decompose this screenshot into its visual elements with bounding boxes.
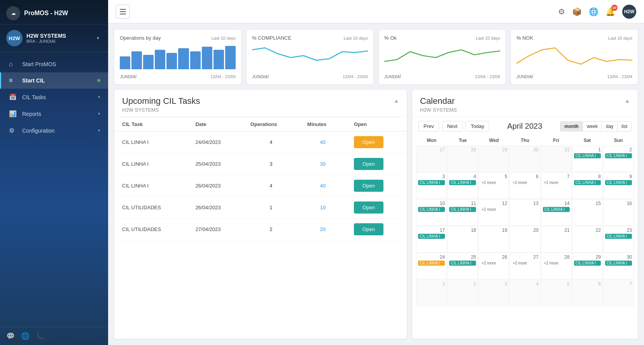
cal-cell[interactable]: 5+2 more xyxy=(478,172,509,199)
cal-cell[interactable]: 27+2 more xyxy=(509,253,540,279)
cal-cell[interactable]: 4CIL LINHA I xyxy=(447,172,478,199)
cal-cell[interactable]: 4 xyxy=(509,280,540,306)
cal-event[interactable]: CIL LINHA I xyxy=(605,261,632,266)
cal-cell[interactable]: 2CIL LINHA I xyxy=(603,145,634,172)
user-avatar[interactable]: H2W xyxy=(622,5,636,19)
cal-cell[interactable]: 22 xyxy=(572,226,603,252)
cal-event[interactable]: CIL LINHA I xyxy=(449,207,476,212)
phone-icon[interactable]: 📞 xyxy=(36,332,44,340)
cal-event[interactable]: CIL LINHA I xyxy=(418,180,445,185)
cal-cell[interactable]: 23CIL LINHA I xyxy=(603,226,634,252)
today-button[interactable]: Today xyxy=(466,121,489,131)
cal-event[interactable]: CIL LINHA I xyxy=(605,153,632,158)
cal-cell[interactable]: 31 xyxy=(541,145,572,172)
view-month-button[interactable]: month xyxy=(560,121,583,131)
next-button[interactable]: Next xyxy=(442,121,463,131)
cal-date: 27 xyxy=(418,147,445,152)
cal-more[interactable]: +2 more xyxy=(543,261,570,266)
cal-more[interactable]: +2 more xyxy=(480,261,507,266)
cal-cell[interactable]: 29 xyxy=(478,145,509,172)
cal-cell[interactable]: 28 xyxy=(447,145,478,172)
cal-date: 7 xyxy=(605,281,632,287)
cal-cell[interactable]: 19 xyxy=(478,226,509,252)
settings-icon[interactable]: ⚙ xyxy=(558,7,565,16)
cal-cell[interactable]: 3 xyxy=(478,280,509,306)
cal-event[interactable]: CIL LINHA I xyxy=(418,261,445,266)
sidebar-item-reports[interactable]: 📊 Reports ▾ xyxy=(0,105,108,122)
cal-more[interactable]: +2 more xyxy=(511,261,538,266)
sidebar-item-cil-tasks[interactable]: 📅 CIL Tasks ▾ xyxy=(0,89,108,105)
cal-event[interactable]: CIL LINHA I xyxy=(574,153,601,158)
cal-cell[interactable]: 16 xyxy=(603,199,634,226)
cal-cell[interactable]: 28+2 more xyxy=(541,253,572,279)
cal-cell[interactable]: 1CIL LINHA I xyxy=(572,145,603,172)
open-button[interactable]: Open xyxy=(354,201,383,214)
cal-cell[interactable]: 7+2 more xyxy=(541,172,572,199)
sidebar-item-start-cil[interactable]: ≡ Start CIL xyxy=(0,72,108,89)
sidebar-item-configuration[interactable]: ⚙ Configuration ▾ xyxy=(0,122,108,139)
cal-more[interactable]: +2 more xyxy=(511,180,538,185)
cal-event[interactable]: CIL LINHA I xyxy=(449,180,476,185)
view-week-button[interactable]: week xyxy=(583,121,602,131)
cal-cell[interactable]: 7 xyxy=(603,280,634,306)
open-button[interactable]: Open xyxy=(354,136,383,148)
cal-cell[interactable]: 29CIL LINHA I xyxy=(572,253,603,279)
cal-cell[interactable]: 18 xyxy=(447,226,478,252)
cal-date: 9 xyxy=(605,174,632,179)
view-list-button[interactable]: list xyxy=(618,121,632,131)
cal-day-label: Fri xyxy=(541,135,572,145)
task-open-cell: Open xyxy=(346,175,407,197)
cal-event[interactable]: CIL LINHA I xyxy=(449,261,476,266)
cal-event[interactable]: CIL LINHA I xyxy=(574,261,601,266)
hamburger-button[interactable] xyxy=(116,5,130,19)
profile-chevron-down-icon[interactable]: ▾ xyxy=(94,34,102,42)
cal-event[interactable]: CIL LINHA I xyxy=(605,234,632,239)
cal-more[interactable]: +2 more xyxy=(480,207,507,212)
cal-cell[interactable]: 6+2 more xyxy=(509,172,540,199)
cal-event[interactable]: CIL LINHA I xyxy=(418,234,445,239)
globe-icon[interactable]: 🌐 xyxy=(21,332,30,340)
cal-cell[interactable]: 30CIL LINHA I xyxy=(603,253,634,279)
cube-icon[interactable]: 📦 xyxy=(572,7,582,16)
cal-cell[interactable]: 2 xyxy=(447,280,478,306)
open-button[interactable]: Open xyxy=(354,158,383,170)
cal-cell[interactable]: 1 xyxy=(416,280,447,306)
cal-more[interactable]: +2 more xyxy=(543,180,570,185)
cal-event[interactable]: CIL LINHA I xyxy=(605,180,632,185)
cal-cell[interactable]: 12+2 more xyxy=(478,199,509,226)
cal-event[interactable]: CIL LINHA I xyxy=(418,207,445,212)
open-button[interactable]: Open xyxy=(354,223,383,235)
globe-icon[interactable]: 🌐 xyxy=(589,7,598,16)
cal-cell[interactable]: 15 xyxy=(572,199,603,226)
cal-cell[interactable]: 8CIL LINHA I xyxy=(572,172,603,199)
cal-cell[interactable]: 30 xyxy=(509,145,540,172)
cal-more[interactable]: +2 more xyxy=(480,180,507,185)
cal-cell[interactable]: 24CIL LINHA I xyxy=(416,253,447,279)
chat-icon[interactable]: 💬 xyxy=(6,332,15,340)
cal-cell[interactable]: 10CIL LINHA I xyxy=(416,199,447,226)
collapse-icon[interactable]: ▲ xyxy=(625,98,630,104)
cal-cell[interactable]: 13 xyxy=(509,199,540,226)
cal-cell[interactable]: 3CIL LINHA I xyxy=(416,172,447,199)
collapse-icon[interactable]: ▲ xyxy=(394,98,399,104)
profile-section[interactable]: H2W H2W SYSTEMS BRA - JUNDIAÍ ▾ xyxy=(0,25,108,52)
cal-cell[interactable]: 14CIL LINHA I xyxy=(541,199,572,226)
cal-cell[interactable]: 6 xyxy=(572,280,603,306)
cal-day-label: Wed xyxy=(478,135,509,145)
cal-cell[interactable]: 17CIL LINHA I xyxy=(416,226,447,252)
cal-cell[interactable]: 26+2 more xyxy=(478,253,509,279)
sidebar-item-start-promos[interactable]: ⌂ Start ProMOS xyxy=(0,56,108,72)
cal-cell[interactable]: 27 xyxy=(416,145,447,172)
cal-cell[interactable]: 11CIL LINHA I xyxy=(447,199,478,226)
view-day-button[interactable]: day xyxy=(602,121,618,131)
cal-event[interactable]: CIL LINHA I xyxy=(574,180,601,185)
cal-cell[interactable]: 20 xyxy=(509,226,540,252)
cal-cell[interactable]: 25CIL LINHA I xyxy=(447,253,478,279)
open-button[interactable]: Open xyxy=(354,180,383,192)
cal-cell[interactable]: 5 xyxy=(541,280,572,306)
cal-event[interactable]: CIL LINHA I xyxy=(543,207,570,212)
cal-cell[interactable]: 9CIL LINHA I xyxy=(603,172,634,199)
prev-button[interactable]: Prev xyxy=(418,121,439,131)
cal-cell[interactable]: 21 xyxy=(541,226,572,252)
notification-icon[interactable]: 🔔 20 xyxy=(606,7,615,16)
